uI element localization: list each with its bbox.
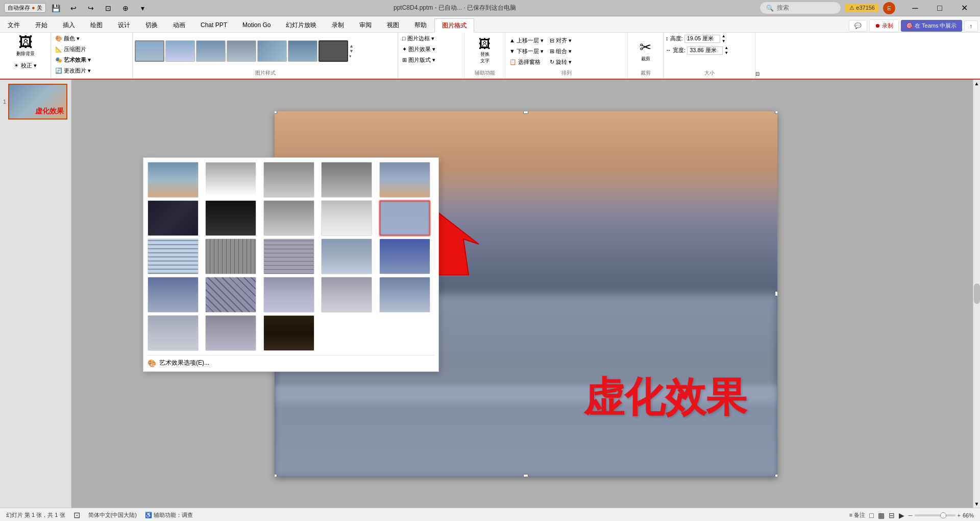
effect-row3-3[interactable] <box>263 239 314 274</box>
tab-picture-format[interactable]: 图片格式 <box>434 18 474 33</box>
effect-row4-4[interactable] <box>321 277 372 313</box>
tab-record[interactable]: 录制 <box>324 18 352 32</box>
slide-sorter-icon[interactable]: ▦ <box>878 511 885 519</box>
effect-watercolor[interactable] <box>379 162 430 198</box>
tab-view[interactable]: 视图 <box>379 18 407 32</box>
handle-top-left[interactable] <box>275 111 277 114</box>
bring-forward-button[interactable]: ▲ 上移一层 ▾ <box>507 36 546 45</box>
zoom-out-btn[interactable]: ─ <box>909 512 913 518</box>
scroll-up-btn[interactable]: ▲ <box>973 80 980 87</box>
width-input[interactable] <box>687 46 723 55</box>
correct-button[interactable]: ☀ 校正▾ <box>12 61 38 70</box>
layout-button[interactable]: ⊞ 图片版式 ▾ <box>400 55 437 65</box>
tab-file[interactable]: 文件 <box>0 18 28 32</box>
gallery-scroll[interactable]: ▲ ▼ ▾ <box>349 43 354 59</box>
effect-blur[interactable] <box>379 200 430 236</box>
effect-row3-1[interactable] <box>148 239 199 274</box>
effect-row2-2[interactable] <box>205 200 256 236</box>
tab-motiongo[interactable]: Motion Go <box>235 18 278 32</box>
autosave-badge[interactable]: 自动保存 ● 关 <box>4 3 46 13</box>
effect-button[interactable]: ✦ 图片效果 ▾ <box>400 44 437 54</box>
record-button[interactable]: ⏺ 录制 <box>869 19 899 32</box>
handle-bot-center[interactable] <box>523 474 528 477</box>
effect-row5-1[interactable] <box>148 315 199 351</box>
effect-row4-3[interactable] <box>263 277 314 313</box>
tab-chatppt[interactable]: Chat PPT <box>193 18 235 32</box>
tab-insert[interactable]: 插入 <box>55 18 83 32</box>
handle-bot-left[interactable] <box>275 474 277 477</box>
size-expand-button[interactable]: ⊡ <box>755 71 760 77</box>
effect-line[interactable] <box>263 162 314 198</box>
effect-row2-1[interactable] <box>148 200 199 236</box>
reading-view-icon[interactable]: ⊟ <box>889 511 895 519</box>
effect-chalk[interactable] <box>321 162 372 198</box>
restore-button[interactable]: □ <box>928 0 951 16</box>
height-input[interactable] <box>684 35 720 43</box>
style-thumb-6[interactable] <box>288 40 317 62</box>
tab-animations[interactable]: 动画 <box>165 18 193 32</box>
effect-row3-4[interactable] <box>321 239 372 274</box>
style-thumb-5[interactable] <box>257 40 287 62</box>
style-thumb-1[interactable] <box>135 40 164 62</box>
scroll-down[interactable]: ▼ <box>349 49 354 54</box>
replace-text-button[interactable]: 🖼 替换文字 <box>472 36 498 66</box>
customize-icon[interactable]: ▾ <box>136 1 150 15</box>
scroll-down-btn[interactable]: ▼ <box>973 500 980 508</box>
accessibility-button[interactable]: ♿ 辅助功能：调查 <box>145 511 193 519</box>
style-thumb-3[interactable] <box>196 40 226 62</box>
effect-row3-2[interactable] <box>205 239 256 274</box>
search-text[interactable]: 搜索 <box>777 4 789 12</box>
effect-none[interactable] <box>148 162 199 198</box>
tab-design[interactable]: 设计 <box>110 18 138 32</box>
effect-row5-3[interactable] <box>263 315 314 351</box>
tab-home[interactable]: 开始 <box>28 18 55 32</box>
tab-help[interactable]: 帮助 <box>407 18 434 32</box>
share-icon2[interactable]: ⊕ <box>118 1 133 15</box>
undo-icon[interactable]: ↩ <box>66 1 81 15</box>
selection-pane-button[interactable]: 📋 选择窗格 <box>507 57 546 67</box>
group-button[interactable]: ⊞ 组合 ▾ <box>548 46 574 56</box>
tab-slideshow[interactable]: 幻灯片放映 <box>278 18 324 32</box>
effect-row4-5[interactable] <box>379 277 430 313</box>
comment-button[interactable]: 💬 <box>849 20 867 32</box>
art-effect-options[interactable]: 🎨 艺术效果选项(E)... <box>148 355 434 367</box>
art-effect-button[interactable]: 🎭 艺术效果 ▾ <box>53 55 93 65</box>
send-backward-button[interactable]: ▼ 下移一层 ▾ <box>507 46 546 56</box>
redo-icon[interactable]: ↪ <box>84 1 98 15</box>
save-icon[interactable]: 💾 <box>49 1 63 15</box>
color-button[interactable]: 🎨 颜色 ▾ <box>53 34 82 43</box>
handle-mid-right[interactable] <box>775 291 777 296</box>
height-spinner[interactable]: ▲ ▼ <box>722 34 726 43</box>
close-button[interactable]: ✕ <box>952 0 976 16</box>
effect-pencil[interactable] <box>205 162 256 198</box>
normal-view-icon[interactable]: □ <box>869 511 873 519</box>
handle-bot-right[interactable] <box>775 474 777 477</box>
border-button[interactable]: □ 图片边框 ▾ <box>400 34 436 43</box>
zoom-thumb[interactable] <box>940 512 946 518</box>
change-pic-button[interactable]: 🔄 更改图片 ▾ <box>53 66 93 76</box>
tab-draw[interactable]: 绘图 <box>83 18 110 32</box>
share-button[interactable]: ↑ <box>964 20 978 32</box>
effect-row2-4[interactable] <box>321 200 372 236</box>
width-spinner[interactable]: ▲ ▼ <box>724 45 728 55</box>
effect-row3-5[interactable] <box>379 239 430 274</box>
effect-row4-2[interactable] <box>205 277 256 313</box>
zoom-slider[interactable] <box>915 514 955 516</box>
teams-button[interactable]: 🎯 在 Teams 中展示 <box>901 20 962 32</box>
handle-top-right[interactable] <box>775 111 777 114</box>
tab-review[interactable]: 审阅 <box>352 18 379 32</box>
view-icon[interactable]: ⊡ <box>101 1 115 15</box>
crop-button[interactable]: ✂ 裁剪 <box>633 39 658 64</box>
scroll-more[interactable]: ▾ <box>349 54 354 59</box>
effect-row5-2[interactable] <box>205 315 256 351</box>
scroll-up[interactable]: ▲ <box>349 43 354 49</box>
compress-button[interactable]: 📐 压缩图片 <box>53 44 88 54</box>
style-thumb-4[interactable] <box>227 40 256 62</box>
effect-row4-1[interactable] <box>148 277 199 313</box>
scroll-thumb[interactable] <box>974 283 980 304</box>
rotate-button[interactable]: ↻ 旋转 ▾ <box>548 57 574 67</box>
handle-top-center[interactable] <box>523 111 528 114</box>
align-button[interactable]: ⊟ 对齐 ▾ <box>548 36 574 45</box>
slideshow-icon[interactable]: ▶ <box>899 511 904 519</box>
user-avatar[interactable]: E <box>883 2 895 14</box>
